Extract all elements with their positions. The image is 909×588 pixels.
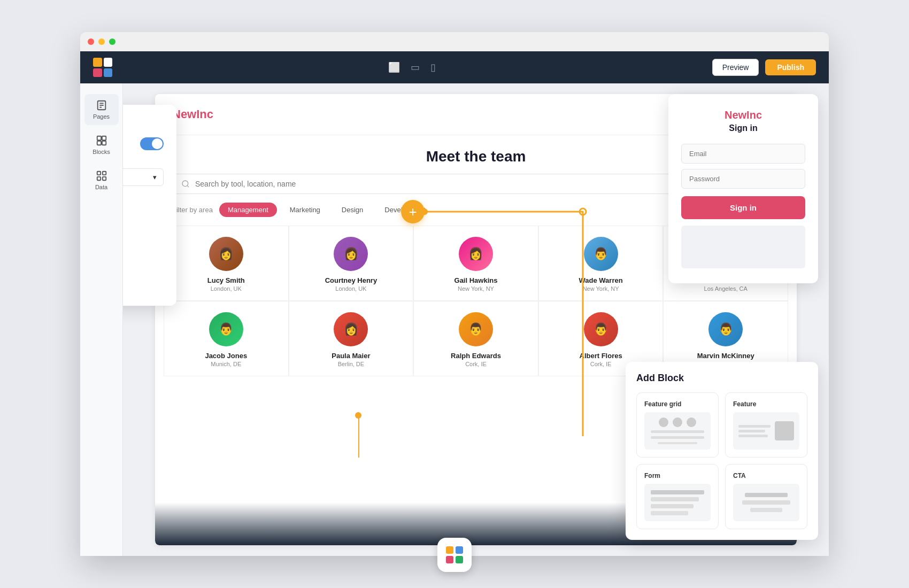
filter-label: Filter by area — [172, 206, 213, 214]
block-name-cta: CTA — [733, 472, 799, 479]
cta-line3 — [750, 508, 782, 512]
svg-rect-4 — [97, 136, 101, 140]
logo-sq-red — [93, 68, 102, 78]
avatar-ralph: 👨 — [459, 312, 493, 346]
avatar-courtney: 👩 — [334, 237, 368, 271]
filter-marketing[interactable]: Marketing — [281, 203, 329, 217]
member-location-paula: Berlin, DE — [338, 361, 365, 367]
desktop-icon[interactable]: ⬜ — [388, 61, 400, 73]
avatar-paula: 👩 — [334, 312, 368, 346]
svg-rect-11 — [102, 177, 105, 180]
signin-button[interactable]: Sign in — [681, 196, 805, 219]
left-sidebar: Pages Blocks Data — [80, 83, 123, 556]
page-brand: NewInc — [172, 107, 213, 121]
team-card-wade[interactable]: 👨 Wade Warren New York, NY — [538, 226, 664, 301]
block-grid: Feature grid — [636, 392, 807, 529]
chevron-down-icon: ▾ — [153, 173, 157, 181]
team-card-courtney[interactable]: 👩 Courtney Henry London, UK — [289, 226, 414, 301]
filter-management[interactable]: Management — [219, 203, 277, 217]
block-preview-form — [644, 484, 711, 521]
logo-sq-yellow — [93, 58, 102, 67]
member-name-wade: Wade Warren — [579, 276, 623, 284]
addblock-title: Add Block — [636, 373, 807, 384]
avatar-marvin: 👨 — [708, 312, 743, 346]
avatar-jacob: 👨 — [209, 312, 243, 346]
member-name-courtney: Courtney Henry — [325, 276, 378, 284]
form-line3 — [651, 504, 693, 508]
signin-panel-footer — [681, 226, 805, 268]
sidebar-item-data[interactable]: Data — [84, 165, 119, 196]
cta-line2 — [742, 500, 790, 505]
svg-rect-10 — [97, 177, 100, 180]
condition-row-1: User's Role is ▾ — [123, 210, 164, 222]
block-preview-feature-grid — [644, 412, 711, 450]
password-field[interactable] — [681, 169, 805, 189]
mobile-icon[interactable]: ▯ — [430, 61, 436, 73]
filter-design[interactable]: Design — [333, 203, 372, 217]
browser-window: ⬜ ▭ ▯ Preview Publish Pages — [80, 32, 829, 556]
add-block-circle-button[interactable]: + — [401, 200, 425, 223]
conditional-title: Conditional Settings — [123, 195, 164, 203]
block-card-feature-grid[interactable]: Feature grid — [636, 392, 719, 458]
plus-icon: + — [409, 205, 417, 219]
cta-line1 — [745, 493, 787, 497]
svg-rect-19 — [446, 556, 453, 563]
block-preview-cta — [733, 484, 799, 521]
block-dot3 — [687, 417, 696, 427]
block-card-cta[interactable]: CTA — [725, 464, 807, 529]
svg-rect-5 — [102, 136, 105, 140]
app-logo — [93, 58, 112, 77]
block-card-form[interactable]: Form — [636, 464, 719, 529]
form-line4 — [651, 511, 688, 515]
team-card-ralph[interactable]: 👨 Ralph Edwards Cork, IE — [413, 301, 538, 376]
data-icon — [96, 170, 107, 182]
preview-button[interactable]: Preview — [712, 59, 759, 76]
condition-row-2: User's Team is ▾ — [123, 261, 164, 274]
logo-sq-white — [104, 58, 113, 67]
tablet-icon[interactable]: ▭ — [411, 61, 420, 73]
svg-rect-7 — [102, 141, 105, 145]
blocks-icon — [96, 135, 107, 146]
sidebar-item-blocks[interactable]: Blocks — [84, 129, 119, 160]
feature-square — [775, 421, 794, 440]
form-line2 — [651, 497, 698, 501]
svg-rect-8 — [97, 172, 100, 175]
avatar-wade: 👨 — [584, 237, 618, 271]
app-logo-icon — [444, 544, 465, 566]
member-location-ralph: Cork, IE — [465, 361, 487, 367]
roles-panel: Roles & Permissions Sign in required Air… — [123, 105, 176, 306]
team-card-gail[interactable]: 👩 Gail Hawkins New York, NY — [413, 226, 538, 301]
block-name-feature: Feature — [733, 400, 799, 408]
data-label: Data — [95, 184, 107, 190]
publish-button[interactable]: Publish — [765, 59, 816, 75]
pin-line — [358, 415, 359, 458]
addblock-panel: Add Block Feature grid — [626, 362, 818, 540]
member-location-jacob: Munich, DE — [211, 361, 241, 367]
svg-line-14 — [187, 185, 189, 187]
svg-rect-6 — [97, 141, 101, 145]
main-content: Roles & Permissions Sign in required Air… — [123, 83, 829, 556]
block-dot1 — [659, 417, 668, 427]
svg-rect-17 — [446, 546, 453, 554]
svg-rect-9 — [102, 172, 105, 175]
team-card-jacob[interactable]: 👨 Jacob Jones Munich, DE — [164, 301, 289, 376]
browser-dot-green — [109, 38, 115, 45]
signin-brand: NewInc — [681, 109, 805, 121]
airtable-label: Airtable Base — [123, 159, 164, 165]
block-line1 — [651, 430, 704, 433]
team-card-lucy[interactable]: 👩 Lucy Smith London, UK — [164, 226, 289, 301]
sidebar-item-pages[interactable]: Pages — [84, 94, 119, 125]
email-field[interactable] — [681, 144, 805, 164]
member-location-rosie: Los Angeles, CA — [704, 285, 748, 292]
block-card-feature[interactable]: Feature — [725, 392, 807, 458]
block-name-feature-grid: Feature grid — [644, 400, 711, 408]
block-preview-feature — [733, 412, 799, 450]
pages-icon — [96, 99, 107, 111]
browser-dot-red — [88, 38, 94, 45]
sign-in-toggle[interactable] — [140, 137, 164, 150]
browser-dot-yellow — [98, 38, 105, 45]
team-card-paula[interactable]: 👩 Paula Maier Berlin, DE — [289, 301, 414, 376]
feature-line3 — [738, 435, 768, 437]
logo-sq-blue — [104, 68, 113, 78]
airtable-dropdown[interactable]: Company Database ▾ — [123, 168, 164, 186]
